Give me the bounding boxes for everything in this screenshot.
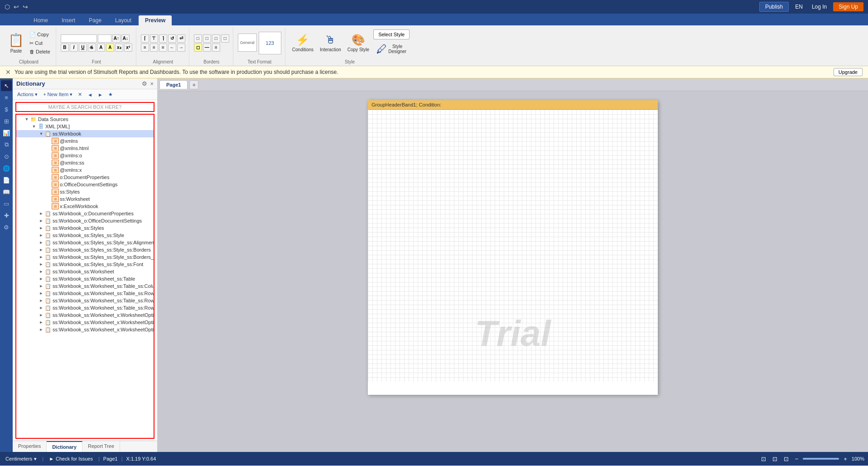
font-shrink-button[interactable]: A↓ [121,34,130,43]
tab-preview[interactable]: Preview [139,15,172,25]
zoom-in-button[interactable]: + [842,456,849,462]
tree-item-wb-officedoc[interactable]: ► 📋 ss:Workbook_o:OfficeDocumentSettings [16,217,154,224]
upgrade-button[interactable]: Upgrade [834,68,863,76]
tree-item-wb-worksheetoptions[interactable]: ► 📋 ss:Workbook_ss:Worksheet_x:Worksheet… [16,311,154,319]
search-box-placeholder[interactable]: MAYBE A SEARCH BOX HERE? [15,102,154,112]
font-color-button[interactable]: A [97,44,105,52]
tree-item-docprops[interactable]: ⊞ o:DocumentProperties [16,174,154,181]
wb-pan1-expander[interactable]: ► [38,319,44,325]
arrow-right-button[interactable]: ► [96,91,105,98]
tree-item-xmlns-html[interactable]: ⊞ @xmlns.html [16,145,154,152]
tree-item-wb-style[interactable]: ► 📋 ss:Workbook_ss:Styles_ss:Style [16,232,154,239]
border-style-button[interactable]: ≡ [212,44,220,52]
trial-banner-close-button[interactable]: ✕ [5,68,11,76]
tree-item-wb-row[interactable]: ► 📋 ss:Workbook_ss:Worksheet_ss:Table_ss… [16,290,154,297]
fill-color-button[interactable]: ◻ [194,44,202,52]
number-format-box[interactable]: 123 [259,32,281,54]
tree-item-xml[interactable]: ▼ 🗄 XML [XML] [16,123,154,130]
strikethrough-button[interactable]: S̶ [88,44,96,52]
share-icon[interactable]: ⬡ [5,3,10,10]
publish-button[interactable]: Publish [759,2,789,12]
superscript-button[interactable]: x² [124,44,132,52]
check-issues-button[interactable]: ► Check for Issues [47,455,95,462]
font-grow-button[interactable]: A↑ [112,34,121,43]
wb-row-expander[interactable]: ► [38,290,44,296]
undo-icon[interactable]: ↩ [14,3,19,10]
lang-button[interactable]: EN [792,3,805,11]
conditions-button[interactable]: ⚡ Conditions [290,32,316,53]
italic-button[interactable]: I [70,44,78,52]
actions-button[interactable]: Actions ▾ [15,91,39,98]
tree-item-wb-pan1[interactable]: ► 📋 ss:Workbook_ss:Worksheet_x:Worksheet… [16,319,154,326]
rotate-button[interactable]: ↺ [168,34,176,43]
tree-item-worksheet[interactable]: ⊞ ss:Worksheet [16,195,154,203]
zoom-slider[interactable] [803,458,839,460]
word-wrap-button[interactable]: ⏎ [177,34,185,43]
border-btn-2[interactable]: □ [203,34,211,43]
font-size-input[interactable] [98,34,111,43]
indent-left-button[interactable]: ← [168,44,176,52]
wb-cell-s-expander[interactable]: ► [38,305,44,311]
tree-item-wb-styles[interactable]: ► 📋 ss:Workbook_ss:Styles [16,224,154,232]
wb-cell-expander[interactable]: ► [38,297,44,304]
wb-worksheet2-expander[interactable]: ► [38,268,44,275]
subscript-button[interactable]: x₂ [115,44,123,52]
tab-report-tree[interactable]: Report Tree [82,441,120,452]
units-button[interactable]: Centimeters ▾ [4,455,39,463]
canvas-wrapper[interactable]: GroupHeaderBand1; Condition: Trial [158,91,868,452]
xml-expander[interactable]: ▼ [31,123,37,130]
redo-icon[interactable]: ↪ [23,3,28,10]
panel-close-icon[interactable]: × [150,80,154,87]
tree-item-workbook[interactable]: ▼ 📋 ss:Workbook [16,130,154,137]
signup-button[interactable]: Sign Up [833,2,863,11]
sidebar-icon-cross[interactable]: ✚ [1,210,12,221]
sidebar-icon-file[interactable]: 📄 [1,175,12,185]
align-left-button[interactable]: ≡ [141,44,149,52]
border-btn-3[interactable]: □ [212,34,220,43]
interaction-button[interactable]: 🖱 Interaction [318,32,343,53]
general-format-btn[interactable]: General [238,34,257,53]
wb-styles-expander[interactable]: ► [38,225,44,231]
tab-dictionary[interactable]: Dictionary [47,441,82,452]
fit-width-button[interactable]: ⊡ [771,456,779,462]
delete-button[interactable]: 🗑 Delete [28,48,52,55]
sidebar-icon-components[interactable]: ⊞ [1,116,12,126]
tree-item-xmlns[interactable]: ⊞ @xmlns [16,137,154,145]
tree-item-wb-alignment[interactable]: ► 📋 ss:Workbook_ss:Styles_ss:Style_ss:Al… [16,239,154,246]
tree-area[interactable]: ▼ 📁 Data Sources ▼ 🗄 XML [XML] ▼ 📋 ss:Wo… [15,114,154,439]
wb-officedoc-expander[interactable]: ► [38,218,44,224]
tab-page[interactable]: Page [82,15,108,25]
tab-insert[interactable]: Insert [55,15,82,25]
tree-item-xmlns-o[interactable]: ⊞ @xmlns:o [16,152,154,159]
copy-button[interactable]: 📄 Copy [28,31,52,39]
sidebar-icon-globe[interactable]: 🌐 [1,163,12,174]
wb-pan2-expander[interactable]: ► [38,326,44,333]
bold-button[interactable]: B [61,44,69,52]
star-button[interactable]: ★ [106,91,115,98]
tree-item-officedoc[interactable]: ⊞ o:OfficeDocumentSettings [16,181,154,188]
tree-item-wb-docprops[interactable]: ► 📋 ss:Workbook_o:DocumentProperties [16,210,154,217]
panel-settings-icon[interactable]: ⚙ [142,80,147,87]
indent-right-button[interactable]: → [177,44,185,52]
cut-button[interactable]: ✂ Cut [28,39,52,47]
tree-item-wb-table[interactable]: ► 📋 ss:Workbook_ss:Worksheet_ss:Table [16,275,154,282]
tree-item-excelworkbook[interactable]: ⊞ x:ExcelWorkbook [16,203,154,210]
wb-borders-expander[interactable]: ► [38,247,44,253]
align-center-button[interactable]: ≡ [150,44,158,52]
align-top-left-button[interactable]: ⌈ [141,34,149,43]
wb-docprops-expander[interactable]: ► [38,210,44,217]
zoom-out-button[interactable]: − [793,456,800,462]
tree-item-wb-cell-s[interactable]: ► 📋 ss:Workbook_ss:Worksheet_ss:Table_ss… [16,304,154,311]
paste-button[interactable]: 📋 Paste [5,31,27,55]
wb-column-expander[interactable]: ► [38,283,44,289]
page-tab-1[interactable]: Page1 [159,80,188,89]
tab-properties[interactable]: Properties [13,441,47,452]
sidebar-icon-rect[interactable]: ▭ [1,198,12,209]
add-page-button[interactable]: + [189,80,198,89]
tab-home[interactable]: Home [27,15,54,25]
border-color-button[interactable]: — [203,44,211,52]
datasources-expander[interactable]: ▼ [24,116,30,122]
tree-item-xmlns-x[interactable]: ⊞ @xmlns:x [16,166,154,174]
sidebar-icon-settings[interactable]: ⚙ [1,222,12,233]
tree-item-wb-worksheet2[interactable]: ► 📋 ss:Workbook_ss:Worksheet [16,268,154,275]
